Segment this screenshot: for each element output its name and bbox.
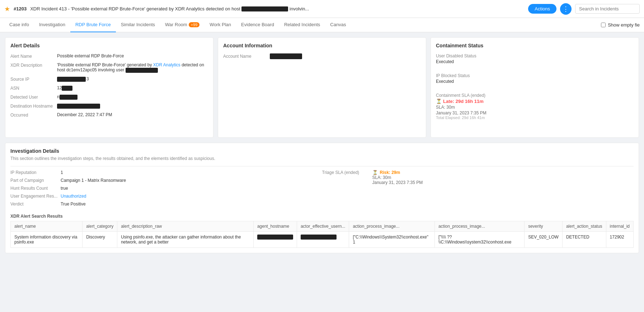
ip-rep-value: 1: [61, 170, 63, 175]
agent-hostname-redacted: [257, 235, 293, 240]
tab-case-info[interactable]: Case info: [4, 18, 34, 32]
td-action-process-1: ["C:\\Windows\\System32\\conhost.exe" 1: [349, 232, 434, 248]
account-info-title: Account Information: [223, 43, 421, 48]
investigation-title: Investigation Details: [10, 148, 634, 154]
field-hunt-results: Hunt Results Count true: [10, 186, 322, 191]
occurred-value: December 22, 2022 7:47 PM: [57, 112, 208, 117]
tab-similar-incidents[interactable]: Similar Incidents: [116, 18, 160, 32]
xdr-desc-value: 'Possible external RDP Brute-Force' gene…: [57, 62, 208, 73]
tab-canvas[interactable]: Canvas: [325, 18, 351, 32]
main-content: Alert Details Alert Name Possible extern…: [0, 32, 644, 312]
alert-details-card: Alert Details Alert Name Possible extern…: [5, 37, 213, 138]
field-user-engagement: User Engagement Res... Unauthorized: [10, 194, 322, 199]
alert-name-value: Possible external RDP Brute-Force: [57, 53, 208, 58]
tab-rdp-brute-force[interactable]: RDP Brute Force: [70, 18, 116, 32]
alert-details-title: Alert Details: [10, 43, 208, 48]
td-alert-desc: Using psinfo.exe, the attacker can gathe…: [117, 232, 254, 248]
user-disabled-section: User Disabled Status Executed: [436, 53, 634, 64]
th-alert-category: alert_category: [83, 221, 117, 232]
tab-related-incidents[interactable]: Related Incidents: [279, 18, 325, 32]
td-severity: SEV_020_LOW: [525, 232, 563, 248]
sla-detail-value: SLA: 30m: [436, 105, 634, 110]
ip-blocked-section: IP Blocked Status Executed: [436, 73, 634, 84]
td-alert-action-status: DETECTED: [562, 232, 606, 248]
containment-status-title: Containment Status: [436, 43, 634, 48]
user-engagement-value[interactable]: Unauthorized: [61, 194, 86, 199]
sla-elapsed-value: Total Elapsed: 29d 16h 41m: [436, 115, 634, 120]
field-account-name: Account Name: [223, 53, 421, 59]
sla-late-value: ⏳ Late: 29d 16h 11m: [436, 99, 634, 104]
triage-sla-date: January 31, 2023 7:35 PM: [372, 180, 423, 185]
tab-evidence-board[interactable]: Evidence Board: [236, 18, 279, 32]
asn-value: 12: [57, 85, 208, 91]
td-internal-id: 172902: [606, 232, 633, 248]
th-action-process-2: action_process_image...: [434, 221, 524, 232]
investigation-desc: This section outlines the investigation …: [10, 156, 634, 161]
detected-user-value: n: [57, 94, 208, 100]
field-part-of-campaign: Part of Campaign Campaign 1 - Matrix Ran…: [10, 178, 322, 183]
containment-sla-section: Containment SLA (ended) ⏳ Late: 29d 16h …: [436, 93, 634, 120]
field-verdict: Verdict True Positive: [10, 202, 322, 207]
field-asn: ASN 12: [10, 85, 208, 91]
th-alert-desc: alert_description_raw: [117, 221, 254, 232]
show-empty-label: Show empty fie: [608, 22, 640, 28]
tab-investigation[interactable]: Investigation: [34, 18, 70, 32]
star-icon: ★: [4, 5, 10, 13]
tab-work-plan[interactable]: Work Plan: [205, 18, 236, 32]
triage-timer-icon: ⏳: [372, 170, 378, 175]
field-source-ip: Source IP 3: [10, 76, 208, 82]
th-internal-id: internal_id: [606, 221, 633, 232]
th-actor-user: actor_effective_usern...: [297, 221, 349, 232]
xdr-alert-table: alert_name alert_category alert_descript…: [10, 221, 634, 248]
field-occurred: Occurred December 22, 2022 7:47 PM: [10, 112, 208, 118]
show-empty-container: Show empty fie: [601, 22, 640, 28]
war-room-badge: +99: [189, 22, 200, 27]
show-empty-checkbox[interactable]: [601, 23, 606, 27]
user-disabled-value: Executed: [436, 59, 634, 64]
th-alert-name: alert_name: [11, 221, 83, 232]
field-detected-user: Detected User n: [10, 94, 208, 100]
field-xdr-desc: XDR Description 'Possible external RDP B…: [10, 62, 208, 73]
account-info-card: Account Information Account Name: [218, 37, 426, 138]
header-title: XDR Incident 413 - 'Possible external RD…: [30, 6, 525, 12]
th-agent-hostname: agent_hostname: [253, 221, 297, 232]
th-severity: severity: [525, 221, 563, 232]
td-agent-hostname: [253, 232, 297, 248]
tabs-bar: Case info Investigation RDP Brute Force …: [0, 18, 644, 32]
table-header-row: alert_name alert_category alert_descript…: [11, 221, 634, 232]
td-action-process-2: ["\\\\ ??\\C:\\Windows\\system32\\conhos…: [434, 232, 524, 248]
header: ★ #1203 XDR Incident 413 - 'Possible ext…: [0, 0, 644, 18]
hunt-results-value: true: [61, 186, 68, 191]
td-alert-name: System information discovery via psinfo.…: [11, 232, 83, 248]
header-id: #1203: [14, 6, 27, 11]
investigation-details-card: Investigation Details This section outli…: [5, 143, 639, 253]
containment-status-card: Containment Status User Disabled Status …: [431, 37, 639, 138]
source-ip-value: 3: [57, 76, 208, 82]
dest-hostname-value: [57, 103, 208, 109]
table-row: System information discovery via psinfo.…: [11, 232, 634, 248]
verdict-value: True Positive: [61, 202, 86, 207]
tab-war-room[interactable]: War Room +99: [160, 18, 205, 32]
th-action-process-1: action_process_image...: [349, 221, 434, 232]
field-alert-name: Alert Name Possible external RDP Brute-F…: [10, 53, 208, 59]
td-alert-category: Discovery: [83, 232, 117, 248]
search-input[interactable]: [575, 4, 640, 14]
inv-left-fields: IP Reputation 1 Part of Campaign Campaig…: [10, 170, 322, 209]
actor-user-redacted: [301, 235, 337, 240]
triage-sla-container: ⏳ Risk: 29m: [372, 170, 423, 175]
actions-button[interactable]: Actions: [528, 4, 556, 14]
sla-date-value: January 31, 2023 7:35 PM: [436, 110, 634, 115]
td-actor-user: [297, 232, 349, 248]
triage-risk-value: Risk: 29m: [380, 170, 400, 175]
sla-timer-icon: ⏳: [436, 99, 442, 104]
ip-blocked-value: Executed: [436, 79, 634, 84]
account-name-value: [270, 53, 421, 59]
table-label: XDR Alert Search Results: [10, 214, 634, 219]
inv-right-fields: Triage SLA (ended) ⏳ Risk: 29m SLA: 30m …: [322, 170, 634, 209]
field-triage-sla: Triage SLA (ended) ⏳ Risk: 29m SLA: 30m …: [322, 170, 634, 185]
more-options-button[interactable]: ⋮: [560, 3, 572, 15]
triage-sla-detail: SLA: 30m: [372, 175, 423, 180]
cards-row: Alert Details Alert Name Possible extern…: [5, 37, 639, 138]
th-alert-action-status: alert_action_status: [562, 221, 606, 232]
field-dest-hostname: Destination Hostname: [10, 103, 208, 109]
